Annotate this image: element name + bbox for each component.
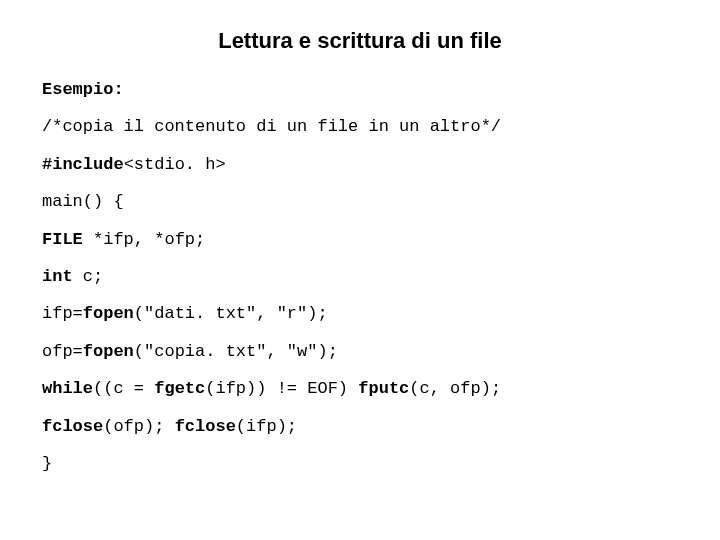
- code-line: ifp=fopen("dati. txt", "r");: [42, 304, 678, 324]
- code-line: Esempio:: [42, 80, 678, 100]
- code-text: fclose: [42, 417, 103, 436]
- code-line: fclose(ofp); fclose(ifp);: [42, 417, 678, 437]
- code-line: }: [42, 454, 678, 474]
- code-text: *ifp, *ofp;: [93, 230, 205, 249]
- code-text: FILE: [42, 230, 93, 249]
- code-text: main() {: [42, 192, 124, 211]
- code-line: main() {: [42, 192, 678, 212]
- code-line: int c;: [42, 267, 678, 287]
- code-line: /*copia il contenuto di un file in un al…: [42, 117, 678, 137]
- code-text: ifp=: [42, 304, 83, 323]
- code-text: #include: [42, 155, 124, 174]
- code-text: fgetc: [154, 379, 205, 398]
- code-text: fopen: [83, 304, 134, 323]
- code-text: ("dati. txt", "r");: [134, 304, 328, 323]
- code-text: fopen: [83, 342, 134, 361]
- code-text: ("copia. txt", "w");: [134, 342, 338, 361]
- code-text: (ifp)) != EOF): [205, 379, 358, 398]
- code-text: <stdio. h>: [124, 155, 226, 174]
- code-text: }: [42, 454, 52, 473]
- code-text: (ifp);: [236, 417, 297, 436]
- code-text: while: [42, 379, 93, 398]
- code-line: #include<stdio. h>: [42, 155, 678, 175]
- code-text: int: [42, 267, 83, 286]
- code-text: (ofp);: [103, 417, 174, 436]
- code-line: ofp=fopen("copia. txt", "w");: [42, 342, 678, 362]
- code-line: while((c = fgetc(ifp)) != EOF) fputc(c, …: [42, 379, 678, 399]
- slide-title: Lettura e scrittura di un file: [42, 28, 678, 54]
- code-line: FILE *ifp, *ofp;: [42, 230, 678, 250]
- code-text: (c, ofp);: [409, 379, 501, 398]
- code-text: Esempio:: [42, 80, 124, 99]
- code-text: fputc: [358, 379, 409, 398]
- code-text: ofp=: [42, 342, 83, 361]
- code-text: ((c =: [93, 379, 154, 398]
- code-text: fclose: [175, 417, 236, 436]
- code-text: c;: [83, 267, 103, 286]
- slide: Lettura e scrittura di un file Esempio: …: [0, 0, 720, 540]
- code-text: /*copia il contenuto di un file in un al…: [42, 117, 501, 136]
